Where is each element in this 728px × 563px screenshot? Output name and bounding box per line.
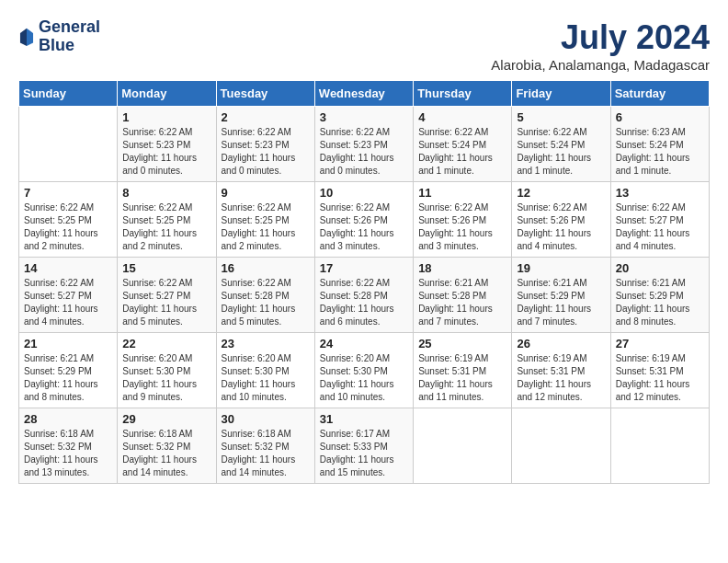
day-info: Sunrise: 6:22 AM Sunset: 5:25 PM Dayligh… xyxy=(222,201,310,253)
calendar-cell: 6Sunrise: 6:23 AM Sunset: 5:24 PM Daylig… xyxy=(610,107,709,182)
day-number: 26 xyxy=(517,337,605,350)
calendar-cell: 11Sunrise: 6:22 AM Sunset: 5:26 PM Dayli… xyxy=(414,182,512,258)
day-info: Sunrise: 6:19 AM Sunset: 5:31 PM Dayligh… xyxy=(616,352,704,404)
location-title: Alarobia, Analamanga, Madagascar xyxy=(491,57,710,73)
calendar-cell: 10Sunrise: 6:22 AM Sunset: 5:26 PM Dayli… xyxy=(314,182,413,258)
day-number: 29 xyxy=(122,412,210,426)
day-number: 5 xyxy=(517,110,605,124)
calendar-table: SundayMondayTuesdayWednesdayThursdayFrid… xyxy=(18,80,710,484)
calendar-cell xyxy=(610,408,709,484)
month-title: July 2024 xyxy=(491,18,710,57)
calendar-cell: 26Sunrise: 6:19 AM Sunset: 5:31 PM Dayli… xyxy=(512,333,610,408)
weekday-header-wednesday: Wednesday xyxy=(314,81,413,107)
day-info: Sunrise: 6:22 AM Sunset: 5:28 PM Dayligh… xyxy=(320,277,408,328)
calendar-cell: 17Sunrise: 6:22 AM Sunset: 5:28 PM Dayli… xyxy=(314,258,413,333)
calendar-cell: 12Sunrise: 6:22 AM Sunset: 5:26 PM Dayli… xyxy=(512,182,610,258)
logo-line2: Blue xyxy=(39,37,100,55)
day-number: 7 xyxy=(24,186,112,200)
day-number: 25 xyxy=(418,337,506,350)
calendar-cell: 7Sunrise: 6:22 AM Sunset: 5:25 PM Daylig… xyxy=(19,182,118,258)
day-info: Sunrise: 6:21 AM Sunset: 5:29 PM Dayligh… xyxy=(24,352,112,404)
calendar-cell: 29Sunrise: 6:18 AM Sunset: 5:32 PM Dayli… xyxy=(118,408,216,484)
calendar-cell: 2Sunrise: 6:22 AM Sunset: 5:23 PM Daylig… xyxy=(216,107,314,182)
day-info: Sunrise: 6:18 AM Sunset: 5:32 PM Dayligh… xyxy=(122,428,210,479)
day-info: Sunrise: 6:22 AM Sunset: 5:24 PM Dayligh… xyxy=(418,126,506,178)
calendar-cell: 24Sunrise: 6:20 AM Sunset: 5:30 PM Dayli… xyxy=(314,333,413,408)
day-number: 18 xyxy=(418,261,506,275)
weekday-header-saturday: Saturday xyxy=(610,81,709,107)
weekday-header-friday: Friday xyxy=(512,81,610,107)
calendar-week-5: 28Sunrise: 6:18 AM Sunset: 5:32 PM Dayli… xyxy=(19,408,710,484)
day-number: 17 xyxy=(320,261,408,275)
day-info: Sunrise: 6:22 AM Sunset: 5:25 PM Dayligh… xyxy=(122,201,210,253)
weekday-header-monday: Monday xyxy=(118,81,216,107)
day-info: Sunrise: 6:21 AM Sunset: 5:29 PM Dayligh… xyxy=(616,277,704,328)
day-info: Sunrise: 6:22 AM Sunset: 5:23 PM Dayligh… xyxy=(320,126,408,178)
day-number: 23 xyxy=(222,337,310,350)
day-number: 13 xyxy=(616,186,704,200)
day-info: Sunrise: 6:18 AM Sunset: 5:32 PM Dayligh… xyxy=(24,428,112,479)
logo-text: General Blue xyxy=(39,18,100,55)
calendar-cell: 14Sunrise: 6:22 AM Sunset: 5:27 PM Dayli… xyxy=(19,258,118,333)
day-number: 21 xyxy=(24,337,112,350)
logo-icon xyxy=(18,27,35,47)
day-info: Sunrise: 6:23 AM Sunset: 5:24 PM Dayligh… xyxy=(616,126,704,178)
day-info: Sunrise: 6:22 AM Sunset: 5:27 PM Dayligh… xyxy=(616,201,704,253)
day-info: Sunrise: 6:20 AM Sunset: 5:30 PM Dayligh… xyxy=(222,352,310,404)
day-number: 16 xyxy=(222,261,310,275)
calendar-cell xyxy=(19,107,118,182)
day-info: Sunrise: 6:19 AM Sunset: 5:31 PM Dayligh… xyxy=(517,352,605,404)
day-info: Sunrise: 6:22 AM Sunset: 5:28 PM Dayligh… xyxy=(222,277,310,328)
day-number: 11 xyxy=(418,186,506,200)
calendar-cell xyxy=(512,408,610,484)
day-number: 31 xyxy=(320,412,408,426)
calendar-cell: 13Sunrise: 6:22 AM Sunset: 5:27 PM Dayli… xyxy=(610,182,709,258)
calendar-cell: 18Sunrise: 6:21 AM Sunset: 5:28 PM Dayli… xyxy=(414,258,512,333)
calendar-cell: 31Sunrise: 6:17 AM Sunset: 5:33 PM Dayli… xyxy=(314,408,413,484)
day-info: Sunrise: 6:22 AM Sunset: 5:27 PM Dayligh… xyxy=(122,277,210,328)
day-number: 15 xyxy=(122,261,210,275)
logo: General Blue xyxy=(18,18,100,55)
day-number: 3 xyxy=(320,110,408,124)
day-info: Sunrise: 6:21 AM Sunset: 5:29 PM Dayligh… xyxy=(517,277,605,328)
day-number: 9 xyxy=(222,186,310,200)
day-info: Sunrise: 6:17 AM Sunset: 5:33 PM Dayligh… xyxy=(320,428,408,479)
calendar-week-1: 1Sunrise: 6:22 AM Sunset: 5:23 PM Daylig… xyxy=(19,107,710,182)
calendar-cell: 19Sunrise: 6:21 AM Sunset: 5:29 PM Dayli… xyxy=(512,258,610,333)
day-number: 27 xyxy=(616,337,704,350)
weekday-header-row: SundayMondayTuesdayWednesdayThursdayFrid… xyxy=(19,81,710,107)
calendar-cell: 30Sunrise: 6:18 AM Sunset: 5:32 PM Dayli… xyxy=(216,408,314,484)
day-number: 4 xyxy=(418,110,506,124)
weekday-header-tuesday: Tuesday xyxy=(216,81,314,107)
calendar-week-3: 14Sunrise: 6:22 AM Sunset: 5:27 PM Dayli… xyxy=(19,258,710,333)
day-info: Sunrise: 6:22 AM Sunset: 5:23 PM Dayligh… xyxy=(122,126,210,178)
day-number: 1 xyxy=(122,110,210,124)
day-info: Sunrise: 6:22 AM Sunset: 5:26 PM Dayligh… xyxy=(320,201,408,253)
day-number: 19 xyxy=(517,261,605,275)
calendar-cell: 16Sunrise: 6:22 AM Sunset: 5:28 PM Dayli… xyxy=(216,258,314,333)
calendar-header: SundayMondayTuesdayWednesdayThursdayFrid… xyxy=(19,81,710,107)
calendar-cell: 4Sunrise: 6:22 AM Sunset: 5:24 PM Daylig… xyxy=(414,107,512,182)
day-info: Sunrise: 6:22 AM Sunset: 5:23 PM Dayligh… xyxy=(222,126,310,178)
day-info: Sunrise: 6:22 AM Sunset: 5:26 PM Dayligh… xyxy=(418,201,506,253)
calendar-cell: 23Sunrise: 6:20 AM Sunset: 5:30 PM Dayli… xyxy=(216,333,314,408)
calendar-cell: 21Sunrise: 6:21 AM Sunset: 5:29 PM Dayli… xyxy=(19,333,118,408)
calendar-cell: 8Sunrise: 6:22 AM Sunset: 5:25 PM Daylig… xyxy=(118,182,216,258)
logo-line1: General xyxy=(39,18,100,37)
day-number: 6 xyxy=(616,110,704,124)
day-info: Sunrise: 6:22 AM Sunset: 5:26 PM Dayligh… xyxy=(517,201,605,253)
calendar-cell: 9Sunrise: 6:22 AM Sunset: 5:25 PM Daylig… xyxy=(216,182,314,258)
day-info: Sunrise: 6:20 AM Sunset: 5:30 PM Dayligh… xyxy=(320,352,408,404)
day-number: 8 xyxy=(122,186,210,200)
calendar-cell: 20Sunrise: 6:21 AM Sunset: 5:29 PM Dayli… xyxy=(610,258,709,333)
weekday-header-sunday: Sunday xyxy=(19,81,118,107)
day-number: 22 xyxy=(122,337,210,350)
day-number: 24 xyxy=(320,337,408,350)
page-header: General Blue July 2024 Alarobia, Analama… xyxy=(18,18,710,73)
title-block: July 2024 Alarobia, Analamanga, Madagasc… xyxy=(491,18,710,73)
calendar-cell xyxy=(414,408,512,484)
day-number: 28 xyxy=(24,412,112,426)
day-info: Sunrise: 6:22 AM Sunset: 5:24 PM Dayligh… xyxy=(517,126,605,178)
day-info: Sunrise: 6:22 AM Sunset: 5:27 PM Dayligh… xyxy=(24,277,112,328)
calendar-cell: 15Sunrise: 6:22 AM Sunset: 5:27 PM Dayli… xyxy=(118,258,216,333)
